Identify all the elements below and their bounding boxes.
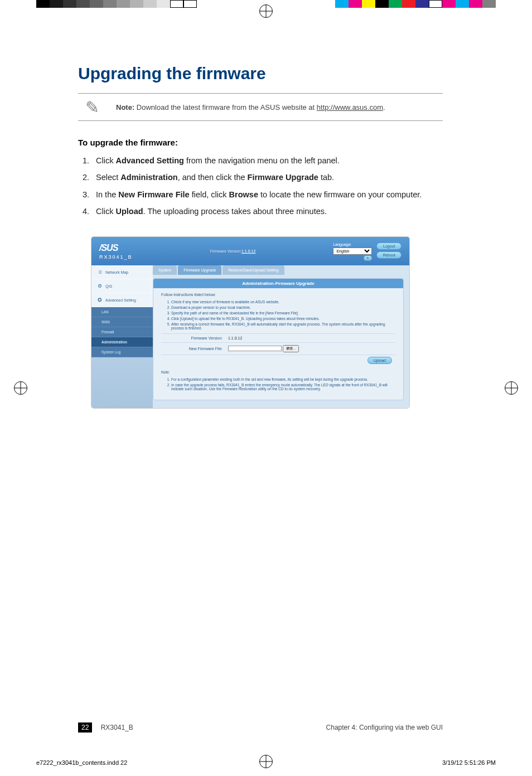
instruction-list: Check if any new version of firmware is … <box>161 300 395 330</box>
ss-body: ⎚Network Map ⚙QIS ✪Advanced Setting LAN … <box>91 265 409 408</box>
language-select[interactable]: English <box>333 248 372 255</box>
ss-header-right: Language: English ↻ Logout Reboot <box>333 243 402 260</box>
follow-text: Follow instructions listed below: <box>161 293 395 297</box>
reboot-button[interactable]: Reboot <box>376 251 402 259</box>
ss-logo-block: /SUS RX3041_B <box>99 243 133 260</box>
fw-version-header: Firmware Version:1.1.0.12 <box>210 249 256 253</box>
sidebar-item-qis[interactable]: ⚙QIS <box>91 279 153 293</box>
ss-panel: Administration-Firmware Upgrade Follow i… <box>153 278 404 400</box>
registration-mark-icon <box>259 4 273 18</box>
fw-version-label: Firmware Version: <box>161 336 228 340</box>
page-title: Upgrading the firmware <box>78 64 443 83</box>
ss-tabs: System Firmware Upgrade Restore/Save/Upl… <box>153 265 404 275</box>
ss-sidebar: ⎚Network Map ⚙QIS ✪Advanced Setting LAN … <box>91 265 153 408</box>
instr-2: Download a proper version to your local … <box>171 305 395 309</box>
settings-icon: ✪ <box>97 297 103 303</box>
step-4: Click Upload. The uploading process take… <box>91 206 443 217</box>
grayscale-bar <box>36 0 197 8</box>
sidebar-item-wan[interactable]: WAN <box>91 317 153 327</box>
note-item-2: In case the upgrade process fails, RX304… <box>171 383 395 391</box>
note-suffix: . <box>383 103 385 111</box>
ss-header: /SUS RX3041_B Firmware Version:1.1.0.12 … <box>91 237 409 265</box>
indd-metadata: e7222_rx3041b_contents.indd 22 3/19/12 5… <box>36 759 496 766</box>
tab-firmware-upgrade[interactable]: Firmware Upgrade <box>178 265 221 275</box>
panel-title: Administration-Firmware Upgrade <box>153 279 403 288</box>
instr-4: Click [Upload] to upload the file to RX3… <box>171 317 395 321</box>
fw-version-link[interactable]: 1.1.0.12 <box>241 249 255 253</box>
logout-button[interactable]: Logout <box>376 243 402 250</box>
color-bar <box>335 0 496 8</box>
indd-datetime: 3/19/12 5:51:26 PM <box>442 759 496 766</box>
note-link[interactable]: http://www.asus.com <box>317 103 383 111</box>
note-item-1: For a configuration parameter existing b… <box>171 377 395 381</box>
pencil-icon: ✎ <box>78 99 106 115</box>
steps-list: Click Advanced Setting from the navigati… <box>78 155 443 217</box>
step-3: In the New Firmware File field, click Br… <box>91 189 443 200</box>
router-gui-screenshot: /SUS RX3041_B Firmware Version:1.1.0.12 … <box>91 237 409 408</box>
header-buttons: Logout Reboot <box>376 243 402 259</box>
instr-5: After receiving a correct firmware file,… <box>171 322 395 330</box>
upload-row: Upload <box>161 355 395 366</box>
footer-chapter: Chapter 4: Configuring via the web GUI <box>326 724 443 731</box>
language-label: Language: <box>333 243 372 246</box>
new-fw-label: New Firmware File: <box>161 347 228 351</box>
fw-version-value: 1.1.0.12 <box>228 336 242 340</box>
registration-mark-icon <box>14 381 27 395</box>
step-2: Select Administration, and then click th… <box>91 172 443 183</box>
sidebar-item-system-log[interactable]: System Log <box>91 347 153 357</box>
footer-left: 22 RX3041_B <box>78 724 133 731</box>
refresh-button[interactable]: ↻ <box>364 255 372 261</box>
fw-version-row: Firmware Version: 1.1.0.12 <box>161 333 395 342</box>
subheading: To upgrade the firmware: <box>78 138 443 147</box>
sidebar-item-network-map[interactable]: ⎚Network Map <box>91 265 153 279</box>
note-body: Download the latest firmware from the AS… <box>134 103 317 111</box>
instr-3: Specify the path of and name of the down… <box>171 311 395 315</box>
tab-system[interactable]: System <box>153 265 177 275</box>
language-block: Language: English ↻ <box>333 243 372 260</box>
network-icon: ⎚ <box>97 269 103 275</box>
page-footer: 22 RX3041_B Chapter 4: Configuring via t… <box>78 724 443 731</box>
new-fw-row: New Firmware File: 瀏覽... <box>161 342 395 355</box>
step-1: Click Advanced Setting from the navigati… <box>91 155 443 166</box>
note-box: ✎ Note: Download the latest firmware fro… <box>78 93 443 121</box>
panel-note-section: Note: For a configuration parameter exis… <box>161 370 395 391</box>
upload-button[interactable]: Upload <box>367 357 392 364</box>
page-content: Upgrading the firmware ✎ Note: Download … <box>78 64 443 709</box>
indd-file: e7222_rx3041b_contents.indd 22 <box>36 759 127 766</box>
browse-button[interactable]: 瀏覽... <box>283 345 299 352</box>
sidebar-item-firewall[interactable]: Firewall <box>91 327 153 337</box>
asus-logo: /SUS <box>99 243 133 253</box>
new-fw-value: 瀏覽... <box>228 345 299 352</box>
note-list: For a configuration parameter existing b… <box>161 377 395 391</box>
sidebar-item-advanced[interactable]: ✪Advanced Setting <box>91 293 153 307</box>
sidebar-item-lan[interactable]: LAN <box>91 307 153 317</box>
panel-note-label: Note: <box>161 370 395 374</box>
page-number: 22 <box>78 722 92 733</box>
tab-restore-save-upload[interactable]: Restore/Save/Upload Setting <box>223 265 284 275</box>
registration-mark-icon <box>505 381 518 395</box>
note-label: Note: <box>116 103 134 111</box>
model-label: RX3041_B <box>99 254 133 260</box>
gear-icon: ⚙ <box>97 283 103 289</box>
ss-main: System Firmware Upgrade Restore/Save/Upl… <box>153 265 409 408</box>
sidebar-item-administration[interactable]: Administration <box>91 337 153 347</box>
new-firmware-input[interactable] <box>228 346 282 351</box>
footer-product: RX3041_B <box>101 724 133 731</box>
instr-1: Check if any new version of firmware is … <box>171 300 395 304</box>
note-text: Note: Download the latest firmware from … <box>116 103 385 111</box>
